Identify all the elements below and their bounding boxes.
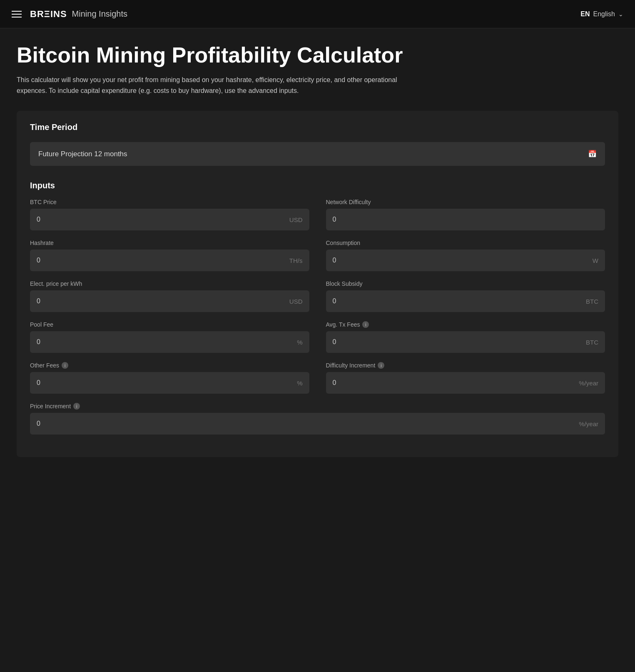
avg-tx-fees-input[interactable]: [333, 338, 583, 346]
price-increment-group: Price Increment i %/year: [30, 403, 605, 435]
difficulty-increment-wrapper: %/year: [326, 372, 605, 394]
brand-subtitle: Mining Insights: [72, 9, 127, 19]
other-fees-wrapper: %: [30, 372, 309, 394]
price-increment-input[interactable]: [37, 420, 575, 427]
electricity-price-group: Elect. price per kWh USD: [30, 280, 309, 312]
navbar-left: BRΞINS Mining Insights: [12, 9, 127, 20]
hashrate-wrapper: TH/s: [30, 250, 309, 271]
page-title: Bitcoin Mining Profitability Calculator: [17, 43, 618, 67]
brand-logo: BRΞINS: [30, 9, 67, 20]
price-increment-unit: %/year: [579, 420, 598, 427]
block-subsidy-input[interactable]: [333, 297, 583, 305]
chevron-down-icon[interactable]: ⌄: [618, 11, 623, 17]
time-period-selector[interactable]: Future Projection 12 months 📅: [30, 142, 605, 166]
other-fees-label: Other Fees i: [30, 362, 309, 369]
difficulty-increment-label: Difficulty Increment i: [326, 362, 605, 369]
btc-price-input[interactable]: [37, 216, 286, 223]
difficulty-increment-input[interactable]: [333, 379, 576, 387]
avg-tx-fees-group: Avg. Tx Fees i BTC: [326, 321, 605, 353]
block-subsidy-unit: BTC: [586, 298, 598, 305]
hashrate-input[interactable]: [37, 257, 286, 264]
network-difficulty-input[interactable]: [333, 216, 599, 223]
other-fees-input[interactable]: [37, 379, 294, 387]
electricity-price-input[interactable]: [37, 297, 286, 305]
navbar-right: EN English ⌄: [580, 10, 623, 18]
pool-fee-unit: %: [297, 339, 302, 346]
avg-tx-fees-unit: BTC: [586, 339, 598, 346]
pool-fee-input[interactable]: [37, 338, 294, 346]
network-difficulty-wrapper: [326, 209, 605, 230]
other-fees-unit: %: [297, 380, 302, 387]
avg-tx-fees-info-icon[interactable]: i: [362, 321, 369, 328]
block-subsidy-group: Block Subsidy BTC: [326, 280, 605, 312]
block-subsidy-label: Block Subsidy: [326, 280, 605, 287]
pool-fee-label: Pool Fee: [30, 321, 309, 328]
pool-fee-group: Pool Fee %: [30, 321, 309, 353]
inputs-grid: BTC Price USD Network Difficulty Hashrat…: [30, 199, 605, 444]
difficulty-increment-info-icon[interactable]: i: [378, 362, 384, 369]
block-subsidy-wrapper: BTC: [326, 290, 605, 312]
time-period-card: Time Period Future Projection 12 months …: [17, 111, 618, 457]
time-period-section-title: Time Period: [30, 122, 605, 132]
hashrate-unit: TH/s: [289, 257, 303, 264]
electricity-price-unit: USD: [289, 298, 303, 305]
consumption-label: Consumption: [326, 240, 605, 246]
consumption-input[interactable]: [333, 257, 589, 264]
consumption-group: Consumption W: [326, 240, 605, 271]
btc-price-wrapper: USD: [30, 209, 309, 230]
avg-tx-fees-label: Avg. Tx Fees i: [326, 321, 605, 328]
difficulty-increment-group: Difficulty Increment i %/year: [326, 362, 605, 394]
other-fees-group: Other Fees i %: [30, 362, 309, 394]
btc-price-label: BTC Price: [30, 199, 309, 205]
electricity-price-wrapper: USD: [30, 290, 309, 312]
page-description: This calculator will show you your net p…: [17, 75, 416, 96]
brand-logo-area: BRΞINS Mining Insights: [30, 9, 127, 20]
difficulty-increment-unit: %/year: [579, 380, 598, 387]
price-increment-info-icon[interactable]: i: [73, 403, 80, 410]
hamburger-menu-button[interactable]: [12, 11, 22, 17]
electricity-price-label: Elect. price per kWh: [30, 280, 309, 287]
language-label: English: [593, 10, 615, 18]
hashrate-group: Hashrate TH/s: [30, 240, 309, 271]
avg-tx-fees-wrapper: BTC: [326, 331, 605, 353]
btc-price-unit: USD: [289, 216, 303, 223]
consumption-unit: W: [593, 257, 598, 264]
pool-fee-wrapper: %: [30, 331, 309, 353]
calendar-icon: 📅: [588, 150, 597, 158]
navbar: BRΞINS Mining Insights EN English ⌄: [0, 0, 635, 28]
language-code: EN: [580, 10, 590, 18]
btc-price-group: BTC Price USD: [30, 199, 309, 230]
other-fees-info-icon[interactable]: i: [62, 362, 68, 369]
network-difficulty-label: Network Difficulty: [326, 199, 605, 205]
inputs-section-title: Inputs: [30, 181, 605, 190]
hashrate-label: Hashrate: [30, 240, 309, 246]
main-content: Bitcoin Mining Profitability Calculator …: [0, 28, 635, 474]
consumption-wrapper: W: [326, 250, 605, 271]
time-period-value: Future Projection 12 months: [38, 150, 127, 158]
price-increment-wrapper: %/year: [30, 413, 605, 435]
price-increment-label: Price Increment i: [30, 403, 605, 410]
network-difficulty-group: Network Difficulty: [326, 199, 605, 230]
